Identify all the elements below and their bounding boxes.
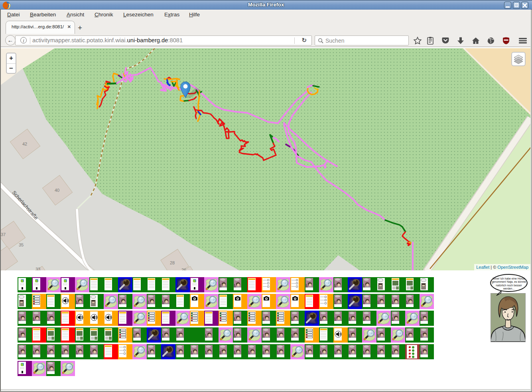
svg-text:35: 35 [19, 242, 24, 247]
svg-text:28: 28 [170, 260, 175, 265]
svg-text:42: 42 [22, 142, 27, 146]
svg-text:33: 33 [35, 267, 40, 270]
svg-text:37: 37 [1, 232, 6, 237]
svg-text:40: 40 [55, 188, 59, 193]
svg-text:26: 26 [181, 268, 186, 270]
